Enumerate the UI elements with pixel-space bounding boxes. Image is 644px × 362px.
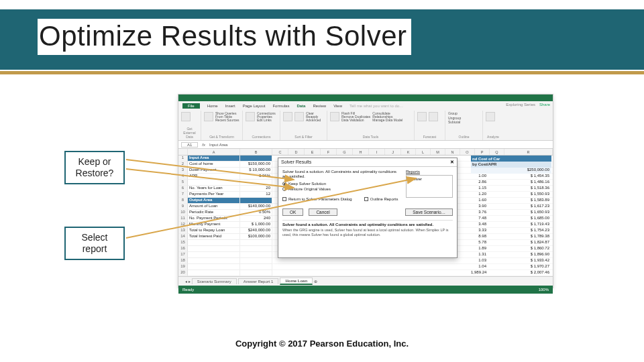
tab-formulas[interactable]: Formulas <box>272 104 289 108</box>
list-item: 1.20$ 1,550.93 <box>471 192 551 198</box>
radio-icon <box>282 187 286 191</box>
report-item-answer[interactable]: Answer <box>409 177 450 181</box>
checkbox-outline-reports[interactable]: Outline Reports <box>364 197 398 201</box>
radio-restore-values[interactable]: Restore Original Values <box>282 187 402 191</box>
status-bar: Ready 100% <box>178 286 553 294</box>
list-item: 3.33$ 1,754.23 <box>471 228 551 234</box>
col-O[interactable]: O <box>460 149 475 155</box>
sheet-tabs: ◂ ▸ Scenario Summary Answer Report 1 Hom… <box>178 276 553 286</box>
sheet-tab-home-loan[interactable]: Home Loan <box>280 278 313 285</box>
get-external-data-icon[interactable] <box>181 112 191 121</box>
col-D[interactable]: D <box>288 149 305 155</box>
text-to-columns-icon[interactable] <box>330 112 339 121</box>
btn-subtotal[interactable]: Subtotal <box>448 121 480 125</box>
save-scenario-button[interactable]: Save Scenario… <box>405 208 453 216</box>
reports-label: Reports <box>406 170 453 174</box>
sort-icon[interactable] <box>283 112 292 121</box>
filter-icon[interactable] <box>294 112 304 121</box>
solver-note-bold: Solver found a solution. All Constraints… <box>282 223 453 227</box>
radio-keep-solution[interactable]: Keep Solver Solution <box>282 182 402 186</box>
list-item: 1.31$ 1,896.90 <box>471 252 551 258</box>
tab-page-layout[interactable]: Page Layout <box>243 104 266 108</box>
slide-title: Optimize Results with Solver <box>38 19 411 55</box>
group-get-external: Get External Data <box>181 127 198 139</box>
tab-home[interactable]: Home <box>207 104 218 108</box>
tab-file[interactable]: File <box>182 103 200 109</box>
list-item: 1.00$ 1,454.35 <box>471 174 551 180</box>
col-P[interactable]: P <box>475 149 490 155</box>
list-item: 3.76$ 1,650.93 <box>471 210 551 216</box>
ok-button[interactable]: OK <box>282 208 303 216</box>
ribbon: Get External Data Show QueriesFrom Table… <box>178 111 553 141</box>
list-item: 1.89$ 1,860.72 <box>471 246 551 252</box>
sheet-nav-icon[interactable]: ◂ ▸ <box>185 279 191 284</box>
whatif-icon[interactable] <box>417 112 427 121</box>
col-J[interactable]: J <box>385 149 401 155</box>
col-A[interactable]: A <box>188 149 240 155</box>
excel-titlebar <box>178 95 553 101</box>
col-Q[interactable]: Q <box>490 149 504 155</box>
checkbox-icon <box>282 197 286 201</box>
callout-select-report: Select report <box>64 227 125 260</box>
group-connections: Connections <box>246 135 277 139</box>
reports-listbox[interactable]: Answer <box>406 175 453 198</box>
new-query-icon[interactable] <box>204 112 213 121</box>
worksheet[interactable]: 1Input Area 2Cost of home$150,000.00 3Do… <box>178 156 553 276</box>
sheet-tab-scenario-summary[interactable]: Scenario Summary <box>192 278 237 284</box>
col-E[interactable]: E <box>305 149 321 155</box>
status-text: Ready <box>182 288 194 292</box>
formula-input[interactable]: Input Area <box>209 143 227 147</box>
cancel-button[interactable]: Cancel <box>309 208 337 216</box>
cost-of-car-panel: nd Cost of Car by Cost/APR $250,000.00 1… <box>471 156 551 276</box>
formula-bar: A1 fx Input Area <box>178 141 553 149</box>
btn-advanced[interactable]: Advanced <box>306 119 321 122</box>
col-K[interactable]: K <box>401 149 416 155</box>
col-R[interactable]: R <box>504 149 553 155</box>
sheet-tab-answer-report[interactable]: Answer Report 1 <box>238 278 279 284</box>
col-H[interactable]: H <box>353 149 369 155</box>
refresh-icon[interactable] <box>246 112 255 121</box>
group-get-transform: Get & Transform <box>204 135 239 139</box>
col-B[interactable]: B <box>240 149 272 155</box>
close-icon[interactable]: ✕ <box>450 160 454 165</box>
solver-note-detail: When the GRG engine is used, Solver has … <box>282 228 453 237</box>
col-F[interactable]: F <box>321 149 337 155</box>
name-box[interactable]: A1 <box>181 142 198 147</box>
zoom-level[interactable]: 100% <box>539 288 549 292</box>
group-outline: Outline <box>448 135 480 139</box>
col-N[interactable]: N <box>445 149 460 155</box>
tab-insert[interactable]: Insert <box>225 104 235 108</box>
btn-recent-sources[interactable]: Recent Sources <box>215 119 239 122</box>
col-I[interactable]: I <box>369 149 385 155</box>
col-L[interactable]: L <box>416 149 431 155</box>
col-C[interactable]: C <box>272 149 288 155</box>
btn-manage-data-model[interactable]: Manage Data Model <box>372 119 402 122</box>
list-item: 2.86$ 1,486.16 <box>471 180 551 186</box>
forecast-sheet-icon[interactable] <box>429 112 438 121</box>
column-headers: A B C D E F G H I J K L M N O P Q R <box>178 149 553 156</box>
btn-data-validation[interactable]: Data Validation <box>341 119 370 122</box>
list-item: 1.60$ 1,583.89 <box>471 198 551 204</box>
solver-icon[interactable] <box>486 112 495 121</box>
callout-keep-restore: Keep or Restore? <box>64 151 125 184</box>
accent-underline <box>0 71 644 74</box>
list-item: 3.90$ 1,617.23 <box>471 204 551 210</box>
col-G[interactable]: G <box>337 149 353 155</box>
tell-me[interactable]: Tell me what you want to do… <box>350 104 403 108</box>
list-item: 1.04$ 1,970.27 <box>471 264 551 270</box>
tab-view[interactable]: View <box>333 104 342 108</box>
btn-edit-links[interactable]: Edit Links <box>257 119 276 122</box>
group-sort-filter: Sort & Filter <box>283 135 324 139</box>
share-button[interactable]: Share <box>539 103 550 107</box>
list-item: 1,989.24$ 2,007.46 <box>471 270 551 276</box>
fx-icon[interactable]: fx <box>202 143 205 147</box>
panel-price: $250,000.00 <box>488 168 551 174</box>
solver-results-dialog: Solver Results ✕ Solver found a solution… <box>278 158 458 258</box>
tab-data[interactable]: Data <box>297 104 305 108</box>
add-sheet-icon[interactable]: ⊕ <box>314 279 317 284</box>
btn-group[interactable]: Group <box>448 112 480 116</box>
tab-review[interactable]: Review <box>313 104 326 108</box>
list-item: 7.48$ 1,685.00 <box>471 216 551 222</box>
col-M[interactable]: M <box>431 149 445 155</box>
checkbox-return-dialog[interactable]: Return to Solver Parameters Dialog <box>282 197 352 201</box>
